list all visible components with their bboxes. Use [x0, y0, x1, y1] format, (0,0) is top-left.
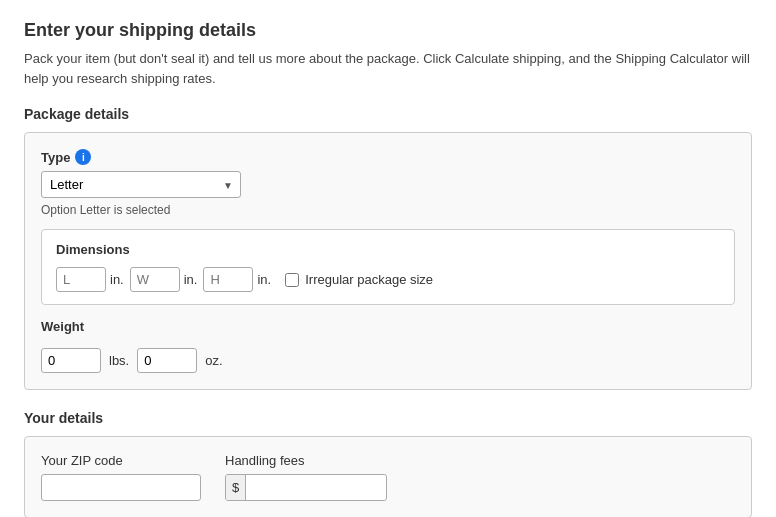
zip-field: Your ZIP code	[41, 453, 201, 501]
type-info-icon[interactable]: i	[75, 149, 91, 165]
type-select[interactable]: Letter Package Large Package Flat Rate B…	[41, 171, 241, 198]
your-details-grid: Your ZIP code Handling fees $	[41, 453, 735, 501]
page-title: Enter your shipping details	[24, 20, 752, 41]
type-select-wrapper: Letter Package Large Package Flat Rate B…	[41, 171, 241, 198]
handling-label: Handling fees	[225, 453, 387, 468]
width-input-group: in.	[130, 267, 198, 292]
height-unit: in.	[257, 272, 271, 287]
irregular-checkbox-label: Irregular package size	[305, 272, 433, 287]
dimensions-card: Dimensions in. in. in. Irregular package…	[41, 229, 735, 305]
zip-label: Your ZIP code	[41, 453, 201, 468]
irregular-checkbox-group: Irregular package size	[285, 272, 433, 287]
oz-unit: oz.	[205, 353, 222, 368]
length-input[interactable]	[56, 267, 106, 292]
handling-field: Handling fees $	[225, 453, 387, 501]
zip-input[interactable]	[41, 474, 201, 501]
your-details-title: Your details	[24, 410, 752, 426]
height-input-group: in.	[203, 267, 271, 292]
page-description: Pack your item (but don't seal it) and t…	[24, 49, 752, 88]
type-field-label: Type i	[41, 149, 735, 165]
weight-row: lbs. oz.	[41, 348, 735, 373]
package-details-card: Type i Letter Package Large Package Flat…	[24, 132, 752, 390]
option-selected-text: Option Letter is selected	[41, 203, 735, 217]
height-input[interactable]	[203, 267, 253, 292]
length-input-group: in.	[56, 267, 124, 292]
lbs-unit: lbs.	[109, 353, 129, 368]
your-details-section: Your details Your ZIP code Handling fees…	[24, 410, 752, 517]
width-input[interactable]	[130, 267, 180, 292]
handling-input-wrapper: $	[225, 474, 387, 501]
dimensions-row: in. in. in. Irregular package size	[56, 267, 720, 292]
currency-symbol: $	[226, 475, 246, 500]
type-label-text: Type	[41, 150, 70, 165]
your-details-card: Your ZIP code Handling fees $	[24, 436, 752, 517]
oz-input[interactable]	[137, 348, 197, 373]
package-details-title: Package details	[24, 106, 752, 122]
length-unit: in.	[110, 272, 124, 287]
dimensions-label: Dimensions	[56, 242, 720, 257]
handling-input[interactable]	[246, 475, 386, 500]
weight-section: Weight lbs. oz.	[41, 319, 735, 373]
weight-label: Weight	[41, 319, 735, 334]
package-details-section: Package details Type i Letter Package La…	[24, 106, 752, 390]
width-unit: in.	[184, 272, 198, 287]
irregular-checkbox[interactable]	[285, 273, 299, 287]
lbs-input[interactable]	[41, 348, 101, 373]
